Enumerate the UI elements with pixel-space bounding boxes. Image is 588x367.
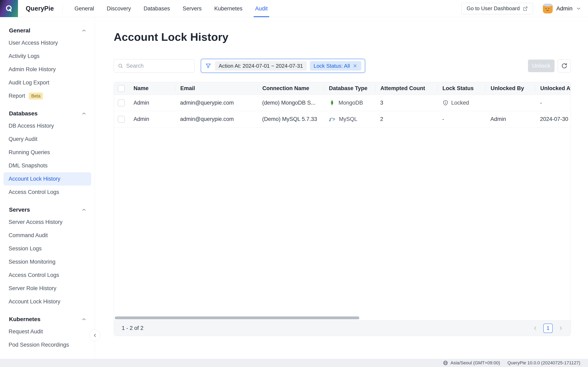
mysql-icon [329, 116, 336, 123]
nav-tab-discovery[interactable]: Discovery [107, 0, 131, 17]
section-title: General [9, 27, 30, 34]
chevron-up-icon [81, 28, 86, 33]
topbar-right: Go to User Dashboard Admin [461, 3, 588, 14]
column-header-name: Name [129, 85, 175, 92]
chevron-down-icon[interactable] [576, 6, 581, 11]
cell-attempted-count: 3 [375, 100, 437, 106]
sidebar-item-account-lock-history[interactable]: Account Lock History [3, 172, 91, 185]
sidebar-item-db-access-history[interactable]: DB Access History [3, 119, 91, 133]
select-all-checkbox[interactable] [118, 85, 125, 92]
row-checkbox[interactable] [118, 116, 125, 123]
sidebar-section-servers: ServersServer Access HistoryCommand Audi… [0, 204, 95, 308]
sidebar-item-label: Report [9, 93, 25, 99]
section-title: Kubernetes [9, 316, 40, 323]
chevron-left-icon [92, 333, 98, 338]
go-to-user-dashboard-button[interactable]: Go to User Dashboard [461, 3, 533, 14]
chevron-up-icon [81, 111, 86, 116]
nav-tab-general[interactable]: General [75, 0, 94, 17]
sidebar-item-pod-session-recordings[interactable]: Pod Session Recordings [3, 338, 91, 351]
refresh-icon [561, 62, 568, 69]
cell-connection-name: (Demo) MySQL 5.7.33 [257, 116, 324, 122]
sidebar-collapse-button[interactable] [89, 330, 101, 341]
unlock-button[interactable]: Unlock [528, 59, 554, 72]
page-title: Account Lock History [114, 31, 571, 43]
sidebar-item-report[interactable]: ReportBeta [3, 89, 91, 103]
close-icon[interactable] [353, 63, 357, 68]
sidebar-item-dml-snapshots[interactable]: DML Snapshots [3, 159, 91, 172]
pagination: 1 [531, 324, 564, 333]
version-label: QueryPie 10.0.0 (20240725-171127) [507, 360, 580, 366]
sidebar-section-header-kubernetes[interactable]: Kubernetes [0, 314, 95, 325]
sidebar-item-request-audit[interactable]: Request Audit [3, 325, 91, 338]
external-link-icon [523, 6, 528, 11]
filter-chip-label: Action At: 2024-07-01 ~ 2024-07-31 [219, 63, 303, 69]
sidebar-item-query-audit[interactable]: Query Audit [3, 133, 91, 146]
sidebar-section-general: GeneralUser Access HistoryActivity LogsA… [0, 25, 95, 103]
sidebar-item-user-access-history[interactable]: User Access History [3, 36, 91, 50]
go-to-user-dashboard-label: Go to User Dashboard [467, 5, 520, 12]
top-bar: QueryPie GeneralDiscoveryDatabasesServer… [0, 0, 588, 17]
sidebar-item-account-lock-history[interactable]: Account Lock History [3, 295, 91, 308]
sidebar-section-header-servers[interactable]: Servers [0, 204, 95, 216]
row-range-label: 1 - 2 of 2 [122, 325, 144, 331]
cell-database-type: MongoDB [324, 100, 375, 106]
querypie-logo-icon [0, 0, 18, 17]
column-header-unlocked-by: Unlocked By [485, 85, 535, 92]
sidebar-item-command-audit[interactable]: Command Audit [3, 229, 91, 242]
sidebar-item-audit-log-export[interactable]: Audit Log Export [3, 76, 91, 89]
page-number-button[interactable]: 1 [543, 324, 553, 333]
sidebar-item-label: Session Logs [9, 245, 42, 252]
prev-page-button[interactable] [531, 325, 539, 332]
horizontal-scrollbar [114, 316, 571, 320]
sidebar-item-label: Admin Role History [9, 66, 56, 73]
user-avatar[interactable] [543, 4, 553, 13]
sidebar-item-running-queries[interactable]: Running Queries [3, 146, 91, 159]
sidebar-item-label: Account Lock History [9, 299, 61, 305]
sidebar-item-server-role-history[interactable]: Server Role History [3, 282, 91, 295]
nav-tab-databases[interactable]: Databases [144, 0, 170, 17]
sidebar-item-admin-role-history[interactable]: Admin Role History [3, 63, 91, 76]
row-checkbox[interactable] [118, 100, 125, 106]
brand-title: QueryPie [26, 5, 54, 12]
main-content: Account Lock History Action At: 2024-07-… [95, 17, 588, 359]
filter-chip-0[interactable]: Action At: 2024-07-01 ~ 2024-07-31 [215, 61, 307, 71]
cell-name: Admin [129, 116, 175, 122]
sidebar-item-label: Activity Logs [9, 53, 40, 59]
chevron-left-icon [532, 325, 538, 331]
sidebar-item-activity-logs[interactable]: Activity Logs [3, 50, 91, 63]
section-title: Servers [9, 207, 30, 213]
sidebar: GeneralUser Access HistoryActivity LogsA… [0, 17, 95, 359]
table-row[interactable]: Adminadmin@querypie.com(Demo) MySQL 5.7.… [114, 111, 571, 127]
column-header-unlocked-at: Unlocked At [535, 85, 571, 92]
search-input[interactable] [126, 63, 191, 69]
funnel-icon [205, 63, 211, 69]
nav-tab-audit[interactable]: Audit [255, 0, 268, 17]
next-page-button[interactable] [557, 325, 564, 332]
topbar-divider [62, 4, 63, 13]
scrollbar-thumb[interactable] [115, 317, 359, 319]
cell-lock-status: - [437, 116, 485, 122]
mongodb-icon [329, 100, 335, 106]
sidebar-item-session-logs[interactable]: Session Logs [3, 242, 91, 255]
sidebar-section-header-general[interactable]: General [0, 25, 95, 36]
column-header-attempted-count: Attempted Count [375, 85, 437, 92]
cell-name: Admin [129, 100, 175, 106]
sidebar-item-access-control-logs[interactable]: Access Control Logs [3, 268, 91, 282]
user-name: Admin [556, 5, 572, 12]
search-box [114, 59, 195, 73]
refresh-button[interactable] [558, 59, 571, 72]
filter-chip-1[interactable]: Lock Status: All [310, 61, 361, 71]
table-row[interactable]: Adminadmin@querypie.com(demo) MongoDB S.… [114, 95, 571, 111]
filter-bar[interactable]: Action At: 2024-07-01 ~ 2024-07-31Lock S… [201, 59, 365, 73]
sidebar-item-access-control-logs[interactable]: Access Control Logs [3, 185, 91, 199]
column-header-email: Email [175, 85, 257, 92]
sidebar-item-label: Request Audit [9, 328, 43, 335]
nav-tab-servers[interactable]: Servers [182, 0, 201, 17]
controls-row: Action At: 2024-07-01 ~ 2024-07-31Lock S… [114, 59, 571, 73]
sidebar-item-server-access-history[interactable]: Server Access History [3, 216, 91, 229]
sidebar-section-header-databases[interactable]: Databases [0, 108, 95, 119]
sidebar-item-label: Query Audit [9, 136, 37, 142]
timezone: Asia/Seoul (GMT+09:00) [443, 360, 500, 366]
sidebar-item-session-monitoring[interactable]: Session Monitoring [3, 255, 91, 268]
nav-tab-kubernetes[interactable]: Kubernetes [214, 0, 242, 17]
